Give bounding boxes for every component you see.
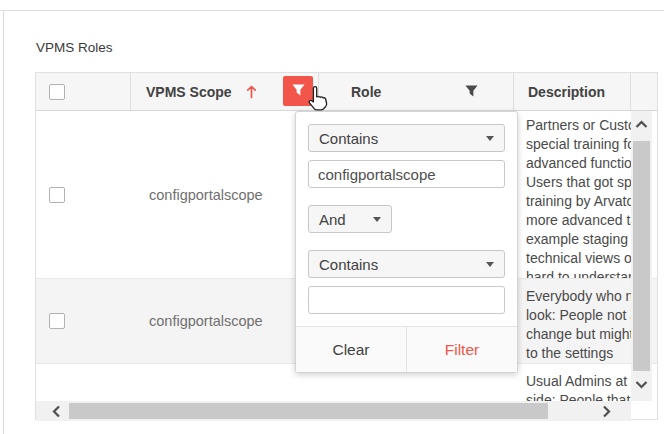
description-line: training by Arvato c (526, 192, 631, 211)
description-line: example staging of (526, 230, 631, 249)
filter-operator2-dropdown[interactable]: Contains (308, 250, 505, 278)
filter-operator1-dropdown[interactable]: Contains (308, 124, 505, 152)
description-line: to the settings (526, 344, 631, 363)
scope-filter-button-active[interactable] (283, 76, 313, 106)
filter-operator2-value: Contains (319, 256, 378, 273)
header-cell-select (36, 73, 131, 110)
row-select-checkbox[interactable] (49, 187, 65, 203)
horizontal-scrollbar[interactable] (36, 401, 631, 421)
sort-asc-icon (246, 84, 257, 99)
description-line: technical views of c (526, 249, 631, 268)
description-cell: Partners or Custome special training for… (515, 111, 631, 278)
vertical-scrollbar[interactable] (631, 111, 652, 401)
header-cell-spacer (631, 73, 657, 110)
role-filter-icon[interactable] (464, 84, 479, 101)
scroll-right-icon[interactable] (602, 404, 611, 422)
panel-left-border (3, 10, 4, 434)
vpms-scope-header-label: VPMS Scope (146, 84, 232, 100)
description-line: side: People that ca (526, 391, 631, 401)
description-header-label: Description (528, 84, 605, 100)
filter-popup-footer: Clear Filter (296, 326, 517, 372)
row-select-cell (36, 279, 131, 363)
funnel-icon (291, 83, 306, 100)
description-cell: Usual Admins at cus side: People that ca (515, 364, 631, 401)
filter-logic-value: And (319, 211, 346, 228)
filter-button[interactable]: Filter (406, 327, 517, 372)
description-line: Everybody who nee (526, 287, 631, 306)
row-select-checkbox[interactable] (49, 313, 65, 329)
description-cell: Everybody who nee look: People not allo … (515, 279, 631, 363)
chevron-down-icon (373, 217, 381, 222)
scope-cell: configportalscope (131, 111, 319, 278)
description-line: Users that got speci (526, 173, 631, 192)
filter-value2-input[interactable] (308, 286, 505, 314)
select-all-checkbox[interactable] (49, 84, 65, 100)
row-select-cell (36, 364, 131, 401)
scope-cell: configportalscope (131, 279, 319, 363)
chevron-down-icon (486, 262, 494, 267)
grid-header: VPMS Scope Role Description (36, 73, 657, 111)
description-line: hard to understand. (526, 268, 631, 278)
filter-value1-input[interactable] (308, 160, 505, 188)
filter-menu-popup: Contains And Contains Clear Filter (295, 111, 518, 373)
vertical-scroll-thumb[interactable] (633, 141, 650, 371)
header-cell-vpms-scope[interactable]: VPMS Scope (131, 73, 319, 110)
scope-cell (131, 364, 319, 401)
filter-operator1-value: Contains (319, 130, 378, 147)
description-line: look: People not allo (526, 306, 631, 325)
description-line: Usual Admins at cus (526, 372, 631, 391)
scroll-up-icon[interactable] (635, 115, 648, 133)
role-header-label: Role (351, 84, 381, 100)
clear-button[interactable]: Clear (296, 327, 406, 372)
description-line: advanced functiona (526, 154, 631, 173)
scroll-left-icon[interactable] (52, 404, 61, 422)
horizontal-scroll-thumb[interactable] (69, 403, 548, 419)
description-line: more advanced task (526, 211, 631, 230)
panel-top-border (0, 10, 664, 11)
description-line: Partners or Custome (526, 116, 631, 135)
description-line: special training for (526, 135, 631, 154)
page-title: VPMS Roles (36, 40, 113, 55)
header-cell-role[interactable]: Role (319, 73, 514, 110)
header-cell-description[interactable]: Description (514, 73, 631, 110)
scroll-down-icon[interactable] (635, 375, 648, 393)
chevron-down-icon (486, 136, 494, 141)
description-line: change but might g (526, 325, 631, 344)
filter-logic-dropdown[interactable]: And (308, 205, 392, 233)
row-select-cell (36, 111, 131, 278)
